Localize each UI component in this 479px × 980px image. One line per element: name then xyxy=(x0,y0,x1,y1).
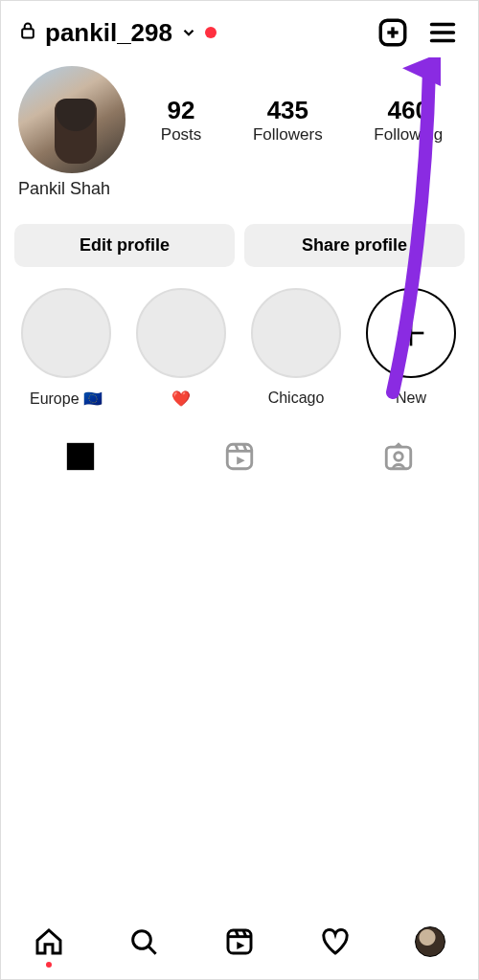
followers-count: 435 xyxy=(253,96,323,125)
highlight-europe[interactable]: Europe 🇪🇺 xyxy=(14,288,118,408)
stat-followers[interactable]: 435 Followers xyxy=(253,96,323,145)
following-label: Following xyxy=(374,125,443,145)
tab-tagged[interactable] xyxy=(319,433,478,480)
followers-label: Followers xyxy=(253,125,323,145)
create-button[interactable] xyxy=(375,14,411,51)
svg-point-21 xyxy=(133,931,151,949)
svg-rect-0 xyxy=(22,29,34,37)
nav-home-dot xyxy=(46,962,52,968)
nav-reels[interactable] xyxy=(223,925,256,958)
highlight-chicago[interactable]: Chicago xyxy=(244,288,348,408)
plus-icon xyxy=(366,288,456,378)
svg-rect-23 xyxy=(228,930,251,953)
nav-profile[interactable] xyxy=(414,925,446,958)
highlight-heart[interactable]: ❤️ xyxy=(129,288,233,408)
svg-line-22 xyxy=(149,947,156,953)
lock-icon xyxy=(18,18,37,48)
profile-tabs xyxy=(1,433,478,481)
following-count: 460 xyxy=(374,96,443,125)
highlight-label: ❤️ xyxy=(129,390,233,408)
svg-marker-18 xyxy=(237,457,245,465)
highlight-new[interactable]: New xyxy=(359,288,463,408)
nav-home[interactable] xyxy=(33,925,65,958)
highlight-circle xyxy=(251,288,341,378)
nav-activity[interactable] xyxy=(319,925,352,958)
highlight-label: New xyxy=(359,390,463,407)
nav-search[interactable] xyxy=(127,925,160,958)
avatar[interactable] xyxy=(18,66,125,173)
share-profile-button[interactable]: Share profile xyxy=(244,224,465,267)
highlight-label: Chicago xyxy=(244,390,348,407)
menu-button[interactable] xyxy=(424,14,461,51)
tab-grid[interactable] xyxy=(1,433,160,480)
highlights-row: Europe 🇪🇺 ❤️ Chicago New xyxy=(1,267,478,408)
username-text: pankil_298 xyxy=(45,18,172,48)
display-name: Pankil Shah xyxy=(1,173,478,199)
notification-dot xyxy=(205,27,217,38)
stat-posts[interactable]: 92 Posts xyxy=(161,96,202,145)
highlight-circle xyxy=(136,288,226,378)
chevron-down-icon xyxy=(180,18,197,48)
posts-label: Posts xyxy=(161,125,202,145)
highlight-circle xyxy=(21,288,111,378)
content-area xyxy=(1,481,478,911)
bottom-nav xyxy=(1,911,478,979)
edit-profile-button[interactable]: Edit profile xyxy=(14,224,235,267)
highlight-label: Europe 🇪🇺 xyxy=(14,390,118,408)
username-switcher[interactable]: pankil_298 xyxy=(18,18,217,48)
avatar-small xyxy=(415,926,445,957)
stat-following[interactable]: 460 Following xyxy=(374,96,443,145)
svg-point-20 xyxy=(395,453,403,461)
svg-rect-9 xyxy=(68,444,93,469)
tab-reels[interactable] xyxy=(160,433,319,480)
svg-rect-14 xyxy=(227,444,252,469)
svg-marker-27 xyxy=(237,942,244,949)
posts-count: 92 xyxy=(161,96,202,125)
